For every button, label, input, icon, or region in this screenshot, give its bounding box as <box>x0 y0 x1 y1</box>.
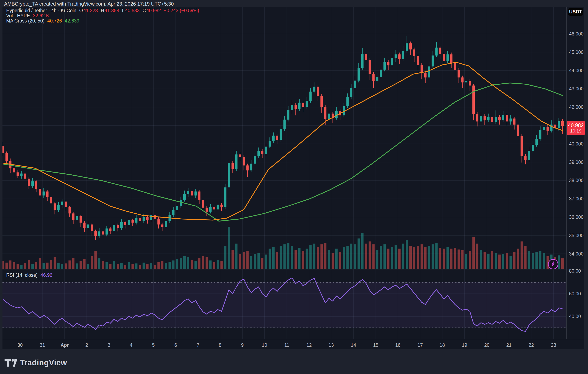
svg-text:22: 22 <box>528 343 534 348</box>
svg-text:44.000: 44.000 <box>569 68 583 73</box>
volume-label: Vol · HYPE <box>6 13 30 19</box>
svg-text:36.000: 36.000 <box>569 214 583 220</box>
tradingview-chart-page: AMBCrypto_TA created with TradingView.co… <box>0 0 588 374</box>
svg-text:40.00: 40.00 <box>569 314 581 319</box>
volume-layer <box>2 227 564 269</box>
bar-countdown: 10:19 <box>570 128 581 134</box>
svg-text:9: 9 <box>241 343 244 348</box>
last-price-value: 40.982 <box>568 122 584 128</box>
svg-text:4: 4 <box>130 343 133 348</box>
rsi-legend: RSI (14, close) 46.96 <box>6 272 52 278</box>
svg-text:18: 18 <box>440 343 445 348</box>
svg-text:19: 19 <box>462 343 467 348</box>
svg-text:42.000: 42.000 <box>569 104 583 110</box>
price-chart-canvas[interactable]: 46.00045.00044.00043.00042.00041.00040.0… <box>0 0 588 374</box>
change-value: −0.243 (−0.59%) <box>164 8 199 13</box>
rsi-label: RSI (14, close) <box>6 272 38 278</box>
ma20-value: 40.726 <box>47 18 62 24</box>
instant-trading-button[interactable] <box>548 259 558 269</box>
ohlc-low: L40.533 <box>122 8 140 13</box>
ohlc-close: C40.982 <box>142 8 161 13</box>
svg-text:7: 7 <box>197 343 200 348</box>
svg-text:40.000: 40.000 <box>569 141 583 146</box>
svg-text:20: 20 <box>484 343 490 348</box>
svg-text:12: 12 <box>306 343 312 348</box>
svg-text:21: 21 <box>506 343 512 348</box>
rsi-axis[interactable]: 80.0060.0040.00 <box>569 268 581 319</box>
tradingview-logo-icon <box>5 359 17 367</box>
svg-text:38.000: 38.000 <box>569 178 583 183</box>
ma-cross-label: MA Cross (20, 50) <box>6 18 44 24</box>
tradingview-branding[interactable]: TradingView <box>5 358 67 367</box>
svg-text:30: 30 <box>17 343 23 348</box>
svg-text:3: 3 <box>108 343 110 348</box>
ma50-value: 42.639 <box>65 18 79 24</box>
lightning-bolt-icon <box>550 261 556 267</box>
time-axis[interactable]: 3031Apr234567891011121314151617181920212… <box>17 343 556 348</box>
svg-text:13: 13 <box>328 343 334 348</box>
volume-row: Vol · HYPE 32.62 K <box>6 13 199 17</box>
candles-layer <box>2 36 564 240</box>
last-price-badge: 40.982 10:19 <box>567 121 585 135</box>
ma-cross-row: MA Cross (20, 50) 40.726 42.639 <box>6 18 199 22</box>
svg-text:Apr: Apr <box>61 343 69 348</box>
ohlc-high: H41.358 <box>101 8 119 13</box>
main-legend: Hyperliquid / Tether · 4h · KuCoin O41.2… <box>6 8 199 23</box>
svg-text:45.000: 45.000 <box>569 50 583 55</box>
symbol-title[interactable]: Hyperliquid / Tether · 4h · KuCoin <box>6 8 76 13</box>
svg-text:14: 14 <box>351 343 356 348</box>
tradingview-logo-text: TradingView <box>20 358 67 367</box>
svg-text:60.00: 60.00 <box>569 291 581 296</box>
svg-text:31: 31 <box>40 343 45 348</box>
svg-text:16: 16 <box>395 343 400 348</box>
rsi-value: 46.96 <box>41 272 52 278</box>
currency-toggle-button[interactable]: USDT <box>568 8 583 16</box>
svg-text:6: 6 <box>174 343 177 348</box>
rsi-band <box>2 282 567 328</box>
svg-text:43.000: 43.000 <box>569 86 583 92</box>
volume-value: 32.62 K <box>33 13 49 19</box>
svg-text:34.000: 34.000 <box>569 251 583 257</box>
svg-text:23: 23 <box>551 343 556 348</box>
svg-text:39.000: 39.000 <box>569 160 583 165</box>
svg-text:35.000: 35.000 <box>569 233 583 238</box>
svg-text:80.00: 80.00 <box>569 268 581 274</box>
symbol-row[interactable]: Hyperliquid / Tether · 4h · KuCoin O41.2… <box>6 8 199 12</box>
svg-text:17: 17 <box>418 343 423 348</box>
svg-text:37.000: 37.000 <box>569 196 583 201</box>
svg-text:10: 10 <box>262 343 267 348</box>
price-axis[interactable]: 46.00045.00044.00043.00042.00041.00040.0… <box>569 31 583 257</box>
ohlc-open: O41.228 <box>79 8 98 13</box>
svg-text:15: 15 <box>373 343 378 348</box>
svg-text:2: 2 <box>85 343 88 348</box>
svg-text:11: 11 <box>284 343 289 348</box>
svg-text:5: 5 <box>152 343 155 348</box>
svg-text:8: 8 <box>219 343 221 348</box>
svg-text:46.000: 46.000 <box>569 31 583 37</box>
